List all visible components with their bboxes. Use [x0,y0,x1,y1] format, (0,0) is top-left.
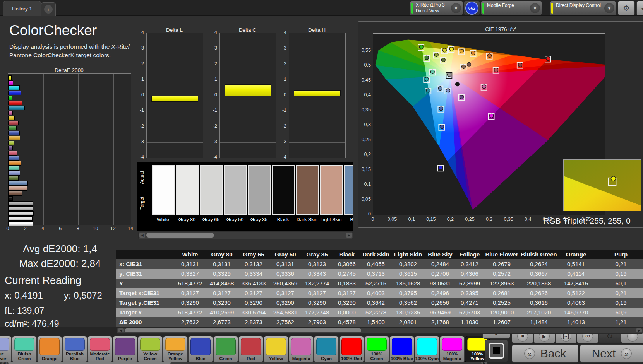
collapse-panel-button[interactable]: ◀ [636,1,643,15]
swatch-black [272,165,295,215]
x-tick-label: 0 [2,226,14,231]
column-header: Blue Flower [484,251,520,258]
column-header: Dark Skin [361,251,391,258]
meter-dropdown[interactable]: X-Rite i1Pro 3Direct View ▼ [410,1,463,15]
table-cell: 0,3131 [206,261,238,267]
patch-window-button[interactable] [485,340,508,362]
scroll-right-icon[interactable]: ▶ [636,328,642,332]
gridline [220,142,276,143]
cie-measured-dot [449,47,453,51]
patch-button-orange-yellow[interactable]: Orange Yellow [163,336,188,363]
patch-button-100-magenta[interactable]: 100% Magenta [440,336,465,363]
y-tick-label: 0,4 [358,92,371,97]
patch-button-purplish-blue[interactable]: Purplish Blue [62,336,87,363]
deltae-bar [8,201,33,206]
table-cell: 2,1768 [425,319,455,325]
gridline [289,142,345,143]
workflow-dropdown[interactable]: Direct Display Control ▼ [550,1,616,15]
y-tick-label: 0 [358,211,371,217]
source-dropdown-label: Mobile Forge [487,1,528,9]
patch-button-label: Moderate Red [88,352,112,362]
x-tick-label: 0,35 [501,217,516,222]
table-cell: 0,3642 [361,299,391,306]
swatch-label: Gray 35 [245,217,273,222]
scroll-left-icon[interactable]: ◀ [139,233,145,238]
cie-measured-dot [460,95,463,99]
workflow-dropdown-label: Direct Display Control [556,1,603,9]
deltae-bar [8,181,28,186]
table-cell: 0,3127 [206,290,238,296]
table-scrollbar[interactable]: ◀ ▶ [117,328,643,334]
patch-button-purple[interactable]: Purple [113,336,137,363]
settings-button[interactable]: ⚙ [618,1,635,15]
patch-button-magenta[interactable]: Magenta [289,336,314,363]
patch-button-100-cyan[interactable]: 100% Cyan [415,336,439,363]
x-tick-label: 0,1 [404,217,419,222]
patch-button-moderate-red[interactable]: Moderate Red [87,336,112,363]
patch-color-pill [90,338,110,351]
table-cell: 120,9010 [484,309,520,316]
x-tick-label: 2 [19,226,31,231]
patch-list-scrollbar[interactable]: ◀ ▶ [1,362,488,364]
deltae-bar [8,196,13,201]
patch-color-pill [39,338,60,355]
table-scrollbar-thumb[interactable] [125,328,361,332]
patch-button-yellow[interactable]: Yellow [264,336,288,363]
patch-scrollbar-thumb[interactable] [8,362,171,364]
patch-button-100-green[interactable]: 100% Green [364,336,389,363]
scroll-left-icon[interactable]: ◀ [2,362,7,364]
meter-dropdown-label: X-Rite i1Pro 3Direct View [416,2,449,14]
patch-button-blue[interactable]: Blue [188,336,213,363]
scroll-left-icon[interactable]: ◀ [118,328,124,332]
scroll-right-icon[interactable]: ▶ [346,233,352,238]
table-cell: 0,3334 [238,270,269,277]
table-cell: 60,1 [594,280,643,287]
y-tick-label: 0,2 [358,152,371,157]
gridline [113,74,114,225]
table-cell: 254,5831 [269,309,301,316]
swatch-gray-35 [248,165,271,215]
swatch-gray-80 [176,165,199,215]
table-cell: 0,3127 [301,290,333,296]
patch-color-pill [392,338,412,355]
gridline [220,111,276,111]
scroll-right-icon[interactable]: ▶ [481,362,487,364]
next-button[interactable]: Next » [580,344,643,363]
table-cell: 52,2715 [361,280,391,287]
back-button[interactable]: « Back [512,344,578,363]
gridline [147,142,203,143]
swatch-gray-50 [224,165,247,215]
patch-button-label: Bluish Green [12,352,36,362]
table-row: Target Y518,4772410,2699330,5794254,5831… [116,308,643,317]
y-tick-label: 2 [209,61,217,67]
table-cell: 0,3127 [238,290,269,296]
patch-button-yellow-green[interactable]: Yellow Green [138,336,163,363]
gridline [289,65,345,65]
patch-button-100-red[interactable]: 100% Red [339,336,364,363]
patch-color-pill [165,338,185,351]
swatch-scrollbar[interactable]: ◀ ▶ [138,232,353,239]
patch-button-orange[interactable]: Orange [37,336,62,363]
patch-button-red[interactable]: Red [238,336,263,363]
table-cell: 2,7903 [301,319,333,325]
swatch-scrollbar-thumb[interactable] [146,233,214,238]
patch-button-cyan[interactable]: Cyan [314,336,339,363]
source-dropdown[interactable]: Mobile Forge ▼ [481,1,542,15]
deltae-bar [8,80,13,85]
cie-measured-dot [426,89,430,92]
swatch-light-skin [320,165,343,215]
column-header: Gray 50 [269,251,301,258]
y-tick-label: 0,35 [358,107,371,113]
tab-history-1[interactable]: History 1 [3,1,41,16]
patch-button-green[interactable]: Green [213,336,238,363]
deltae-bar [8,136,20,140]
patch-button-bluish-green[interactable]: Bluish Green [12,336,37,363]
y-tick-label: 1 [278,77,286,82]
patch-button-100-blue[interactable]: 100% Blue [389,336,414,363]
add-tab-button[interactable]: + [41,2,56,16]
deltae-bar [8,141,14,145]
swatch-white [152,165,175,215]
patch-button-blue-flower[interactable]: Blue Flower [0,336,12,363]
deltae-bar [8,101,22,105]
table-cell: 2,8373 [238,319,269,325]
